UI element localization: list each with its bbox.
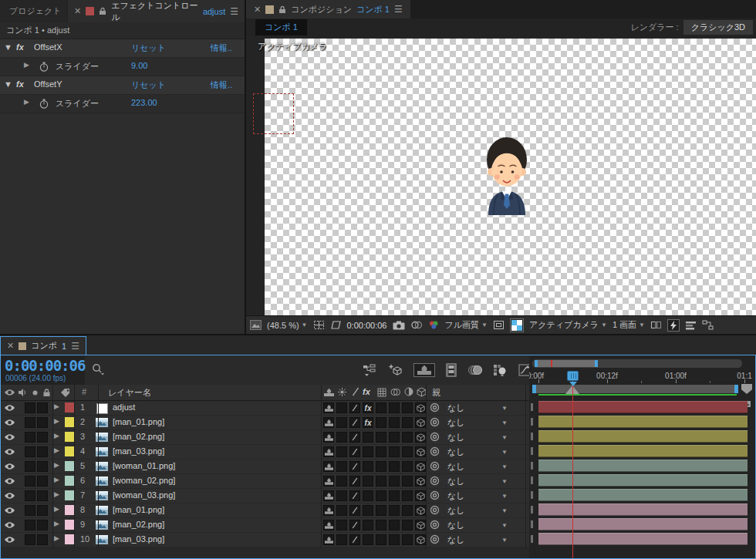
pixel-aspect-icon[interactable] [650, 320, 662, 330]
3d-switch[interactable] [415, 417, 426, 428]
layer-name[interactable]: [man_01.png] [113, 417, 164, 426]
layer-wireframe-box[interactable] [253, 93, 294, 134]
frame-blend-switch[interactable] [376, 505, 386, 516]
quality-switch[interactable] [349, 505, 360, 516]
grid-guides-icon[interactable] [313, 320, 325, 330]
parent-dropdown[interactable]: なし [447, 490, 465, 502]
collapse-switch[interactable] [336, 432, 347, 443]
layer-name[interactable]: [woman_01.png] [113, 461, 175, 470]
layer-name[interactable]: adjust [113, 402, 135, 412]
timeline-tab[interactable]: ✕ コンポ 1 ☰ [0, 336, 86, 355]
panel-menu-icon[interactable]: ☰ [71, 341, 79, 352]
chevron-down-icon[interactable]: ▼ [501, 434, 508, 441]
layer-row[interactable]: ▶ 3 [man_02.png] なし ▼ [0, 430, 529, 444]
effect-group-offsetx[interactable]: ▼ fx OffsetX リセット 情報.. [0, 39, 245, 58]
eye-icon[interactable] [4, 463, 15, 470]
layer-row[interactable]: ▶ 9 [man_02.png] なし ▼ [0, 518, 529, 532]
tab-project[interactable]: プロジェクト [0, 0, 67, 22]
tab-composition[interactable]: ✕ コンポジション コンポ 1 ☰ [246, 0, 410, 19]
shy-layers-toggle[interactable] [413, 363, 435, 377]
layer-duration-bar[interactable] [538, 460, 748, 472]
frame-blend-switch[interactable] [376, 476, 386, 487]
frame-blending-icon[interactable] [445, 363, 457, 377]
motion-blur-switch[interactable] [389, 417, 400, 428]
info-link[interactable]: 情報.. [211, 42, 232, 54]
expand-arrow-icon[interactable]: ▶ [54, 534, 59, 542]
mini-flowchart-icon[interactable] [363, 364, 378, 376]
quality-switch[interactable] [349, 461, 360, 472]
eye-icon[interactable] [4, 536, 15, 544]
layer-row[interactable]: ▶ 2 [man_01.png] fx なし ▼ [0, 416, 529, 429]
effects-switch[interactable] [363, 534, 373, 545]
adjustment-switch[interactable] [402, 490, 413, 501]
chevron-down-icon[interactable]: ▼ [501, 537, 508, 544]
viewer-timecode[interactable]: 0:00:00:06 [347, 321, 387, 330]
frame-blend-switch[interactable] [376, 417, 386, 428]
expand-arrow-icon[interactable]: ▶ [54, 505, 59, 513]
expand-arrow-icon[interactable]: ▶ [54, 402, 59, 410]
region-of-interest-icon[interactable] [493, 320, 505, 330]
video-column-icon[interactable] [4, 389, 15, 396]
layer-duration-bar[interactable] [538, 503, 748, 516]
renderer-button[interactable]: クラシック3D [683, 20, 753, 35]
adjustment-switch[interactable] [402, 505, 413, 516]
3d-switch[interactable] [415, 402, 426, 413]
solo-toggle-cell[interactable] [37, 520, 48, 530]
expand-arrow-icon[interactable]: ▶ [54, 417, 59, 425]
composition-viewport[interactable]: アクティブカメラ [246, 36, 756, 316]
collapse-switch[interactable] [336, 461, 347, 472]
collapse-switch[interactable] [336, 402, 347, 413]
effects-switch[interactable] [363, 505, 373, 516]
layer-duration-bar[interactable] [538, 416, 748, 428]
motion-blur-switch[interactable] [389, 476, 400, 487]
expand-arrow-icon[interactable]: ▶ [24, 98, 29, 106]
effects-switch[interactable] [363, 490, 373, 501]
comp-flowchart-icon[interactable] [702, 320, 714, 330]
layer-name[interactable]: [woman_03.png] [113, 490, 175, 500]
eye-icon[interactable] [4, 404, 15, 412]
collapse-switch[interactable] [336, 476, 347, 487]
layer-row[interactable]: ▶ 1 adjust fx なし ▼ [0, 401, 529, 415]
transparency-grid-toggle[interactable] [510, 318, 524, 332]
motion-blur-column-icon[interactable] [390, 388, 401, 396]
adjustment-switch[interactable] [402, 446, 413, 457]
current-time-indicator-head[interactable] [567, 371, 579, 381]
quality-switch[interactable] [349, 490, 360, 501]
audio-toggle-cell[interactable] [25, 476, 35, 487]
audio-column-icon[interactable] [18, 388, 27, 397]
adjustment-switch[interactable] [402, 402, 413, 413]
3d-switch[interactable] [415, 505, 426, 516]
collapse-switch[interactable] [336, 417, 347, 428]
expand-arrow-icon[interactable]: ▶ [54, 520, 59, 527]
audio-toggle-cell[interactable] [25, 461, 35, 472]
layer-name[interactable]: [man_03.png] [113, 446, 164, 456]
snapshot-camera-icon[interactable] [393, 321, 405, 330]
audio-toggle-cell[interactable] [25, 505, 35, 516]
view-layout-dropdown[interactable]: 1 画面 ▼ [613, 319, 645, 331]
3d-switch[interactable] [415, 476, 426, 487]
adjustment-column-icon[interactable] [404, 387, 413, 396]
parent-pickwhip-icon[interactable] [430, 490, 440, 500]
collapse-arrow-icon[interactable]: ▼ [4, 42, 12, 52]
shy-switch[interactable] [323, 476, 334, 487]
shy-column-icon[interactable] [324, 389, 334, 396]
frame-blend-column-icon[interactable] [377, 388, 386, 397]
lock-icon[interactable] [278, 5, 286, 14]
parent-pickwhip-icon[interactable] [430, 402, 440, 413]
chevron-down-icon[interactable]: ▼ [501, 405, 508, 412]
quality-switch[interactable] [349, 476, 360, 487]
chevron-down-icon[interactable]: ▼ [501, 493, 508, 500]
work-area-end-handle[interactable] [734, 385, 738, 393]
viewer-tab-comp1[interactable]: コンポ 1 [255, 19, 307, 35]
parent-dropdown[interactable]: なし [447, 446, 465, 458]
expand-arrow-icon[interactable]: ▶ [54, 490, 59, 498]
layer-name[interactable]: [man_02.png] [113, 432, 164, 441]
quality-switch[interactable] [349, 402, 360, 413]
panel-menu-icon[interactable]: ☰ [230, 6, 238, 17]
motion-blur-switch[interactable] [389, 432, 400, 443]
audio-toggle-cell[interactable] [25, 417, 35, 428]
motion-blur-switch[interactable] [389, 402, 400, 413]
shy-switch[interactable] [323, 402, 334, 413]
motion-blur-switch[interactable] [389, 534, 400, 545]
audio-toggle-cell[interactable] [25, 520, 35, 530]
